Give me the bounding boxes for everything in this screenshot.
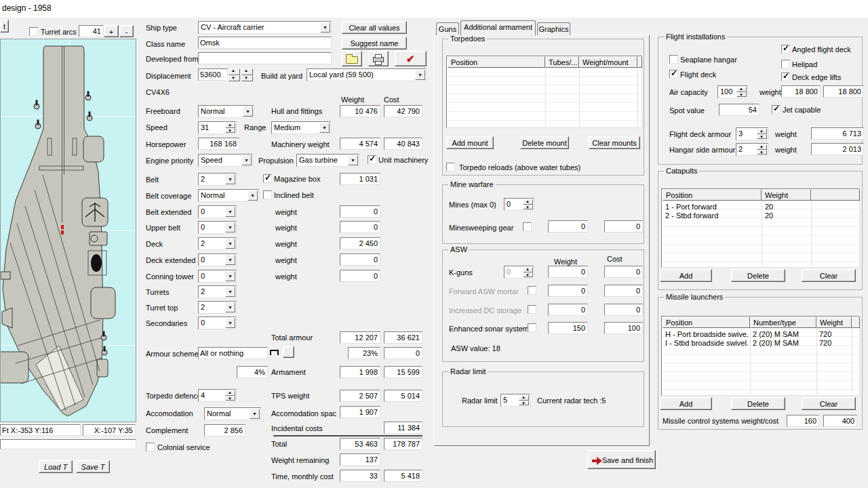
forward-asw-mortar-checkbox[interactable] bbox=[528, 286, 536, 295]
add-mount-button[interactable]: Add mount bbox=[446, 136, 494, 149]
belt-extended-dropdown[interactable]: 0 bbox=[198, 205, 237, 218]
hangar-side-armour-spinner[interactable]: 2 bbox=[736, 143, 768, 156]
jet-capable-checkbox[interactable] bbox=[772, 105, 781, 114]
propulsion-dropdown[interactable]: Gas turbine bbox=[296, 154, 359, 167]
chevron-down-icon[interactable] bbox=[241, 155, 252, 165]
armour-scheme-value[interactable]: All or nothing bbox=[198, 347, 268, 359]
missiles-add-button[interactable]: Add bbox=[660, 397, 712, 410]
magazine-box-checkbox[interactable] bbox=[263, 174, 272, 183]
mines-spinner[interactable]: 0 bbox=[504, 198, 534, 211]
unit-machinery-checkbox[interactable] bbox=[368, 155, 376, 164]
chevron-down-icon[interactable] bbox=[225, 174, 235, 184]
enhanced-sonar-checkbox[interactable] bbox=[528, 323, 536, 332]
missiles-col-position[interactable]: Position bbox=[663, 317, 750, 328]
chevron-down-icon[interactable] bbox=[248, 190, 258, 201]
deck-dropdown[interactable]: 2 bbox=[198, 237, 237, 250]
torpedoes-col-tubes[interactable]: Tubes/... bbox=[545, 56, 579, 68]
flight-deck-armour-spinner[interactable]: 3 bbox=[736, 127, 768, 140]
build-at-yard-dropdown[interactable]: Local yard (59 500) bbox=[307, 68, 427, 81]
chevron-down-icon[interactable] bbox=[225, 318, 235, 328]
catapults-col-weight[interactable]: Weight bbox=[762, 189, 811, 201]
save-template-button[interactable]: Save T bbox=[76, 460, 110, 473]
displacement-spinner[interactable] bbox=[229, 68, 240, 81]
belt-coverage-dropdown[interactable]: Normal bbox=[198, 189, 259, 202]
accomodation-dropdown[interactable]: Normal bbox=[204, 407, 261, 420]
spinner-buttons[interactable] bbox=[523, 199, 533, 209]
turrets-dropdown[interactable]: 2 bbox=[198, 285, 237, 298]
chevron-down-icon[interactable] bbox=[415, 70, 425, 80]
missile-row-type[interactable]: 2 (20) M SAM bbox=[753, 339, 814, 348]
spinner-buttons[interactable] bbox=[523, 267, 533, 277]
speed-spinner[interactable]: 31 bbox=[198, 121, 237, 134]
torpedo-defence-spinner[interactable]: 4 bbox=[198, 389, 237, 402]
spinner-buttons[interactable] bbox=[757, 144, 767, 155]
freeboard-dropdown[interactable]: Normal bbox=[198, 105, 254, 118]
turret-arcs-minus-button[interactable]: - bbox=[119, 25, 134, 37]
torpedo-reloads-checkbox[interactable] bbox=[446, 163, 455, 171]
spinner-buttons[interactable] bbox=[736, 87, 747, 97]
chevron-down-icon[interactable] bbox=[319, 123, 330, 133]
catapults-table[interactable]: Position Weight 1 - Port forward 20 2 - … bbox=[661, 188, 860, 268]
air-capacity-spinner[interactable]: 100 bbox=[717, 85, 748, 98]
chevron-down-icon[interactable] bbox=[243, 106, 253, 117]
load-template-button[interactable]: Load T bbox=[39, 460, 73, 473]
secondaries-dropdown[interactable]: 0 bbox=[198, 317, 237, 329]
class-name-input[interactable]: Omsk bbox=[198, 37, 332, 49]
increased-dc-storage-checkbox[interactable] bbox=[528, 305, 536, 314]
missiles-col-weight[interactable]: Weight bbox=[816, 317, 852, 328]
spinner-buttons[interactable] bbox=[225, 390, 235, 401]
chevron-down-icon[interactable] bbox=[225, 255, 235, 265]
torpedoes-col-weight[interactable]: Weight/mount bbox=[579, 56, 637, 68]
torpedoes-table[interactable]: Position Tubes/... Weight/mount bbox=[446, 56, 642, 128]
catapults-add-button[interactable]: Add bbox=[660, 269, 712, 282]
torpedoes-col-position[interactable]: Position bbox=[448, 56, 545, 68]
turret-arcs-checkbox[interactable] bbox=[29, 27, 38, 36]
spinner-buttons[interactable] bbox=[757, 129, 767, 139]
chevron-down-icon[interactable] bbox=[250, 409, 260, 419]
catapult-row-position[interactable]: 1 - Port forward bbox=[665, 203, 759, 211]
helipad-checkbox[interactable] bbox=[781, 60, 790, 68]
chevron-down-icon[interactable] bbox=[225, 239, 235, 249]
missiles-delete-button[interactable]: Delete bbox=[731, 397, 785, 410]
tab-guns[interactable]: Guns bbox=[436, 22, 459, 35]
angled-flight-deck-checkbox[interactable] bbox=[781, 45, 790, 54]
turret-arcs-plus-button[interactable]: + bbox=[104, 25, 119, 37]
validate-button[interactable] bbox=[395, 51, 427, 66]
chevron-down-icon[interactable] bbox=[225, 207, 235, 217]
tab-additional-armament[interactable]: Additional armament bbox=[460, 20, 536, 36]
colonial-service-checkbox[interactable] bbox=[146, 443, 155, 451]
spinner-buttons[interactable] bbox=[225, 123, 235, 133]
turret-top-dropdown[interactable]: 2 bbox=[198, 301, 237, 314]
missile-row-weight[interactable]: 720 bbox=[819, 330, 849, 339]
catapult-row-weight[interactable]: 20 bbox=[765, 211, 806, 220]
missile-row-type[interactable]: 2 (20) M SAM bbox=[753, 330, 814, 339]
armour-scheme-picker-button[interactable] bbox=[283, 346, 294, 358]
developed-from-input[interactable] bbox=[198, 52, 332, 64]
displacement-fine-spinner[interactable] bbox=[241, 68, 253, 81]
chevron-down-icon[interactable] bbox=[225, 222, 235, 232]
catapult-row-weight[interactable]: 20 bbox=[765, 203, 806, 211]
chevron-down-icon[interactable] bbox=[225, 287, 235, 297]
clipped-button[interactable]: t bbox=[0, 20, 9, 33]
ship-drawing-canvas[interactable] bbox=[0, 39, 136, 422]
deck-extended-dropdown[interactable]: 0 bbox=[198, 253, 237, 266]
delete-mount-button[interactable]: Delete mount bbox=[520, 136, 569, 149]
missile-row-weight[interactable]: 720 bbox=[819, 339, 849, 348]
open-file-button[interactable] bbox=[342, 51, 362, 66]
catapults-delete-button[interactable]: Delete bbox=[731, 269, 785, 282]
catapults-clear-button[interactable]: Clear bbox=[802, 269, 856, 282]
tab-graphics[interactable]: Graphics bbox=[537, 22, 570, 35]
minesweeping-gear-checkbox[interactable] bbox=[523, 222, 532, 231]
chevron-down-icon[interactable] bbox=[225, 271, 235, 281]
chevron-down-icon[interactable] bbox=[348, 155, 358, 165]
seaplane-hangar-checkbox[interactable] bbox=[669, 55, 678, 64]
flight-deck-checkbox[interactable] bbox=[669, 70, 678, 79]
missile-row-position[interactable]: I - Stbd broadside swivel... bbox=[665, 339, 748, 348]
clear-mounts-button[interactable]: Clear mounts bbox=[589, 136, 640, 149]
ship-type-dropdown[interactable]: CV - Aircraft carrier bbox=[198, 21, 332, 34]
missiles-col-number-type[interactable]: Number/type bbox=[750, 317, 816, 328]
deck-edge-lifts-checkbox[interactable] bbox=[781, 73, 790, 81]
displacement-input[interactable]: 53600 bbox=[198, 68, 228, 81]
conning-tower-dropdown[interactable]: 0 bbox=[198, 270, 237, 283]
missiles-clear-button[interactable]: Clear bbox=[802, 397, 856, 410]
